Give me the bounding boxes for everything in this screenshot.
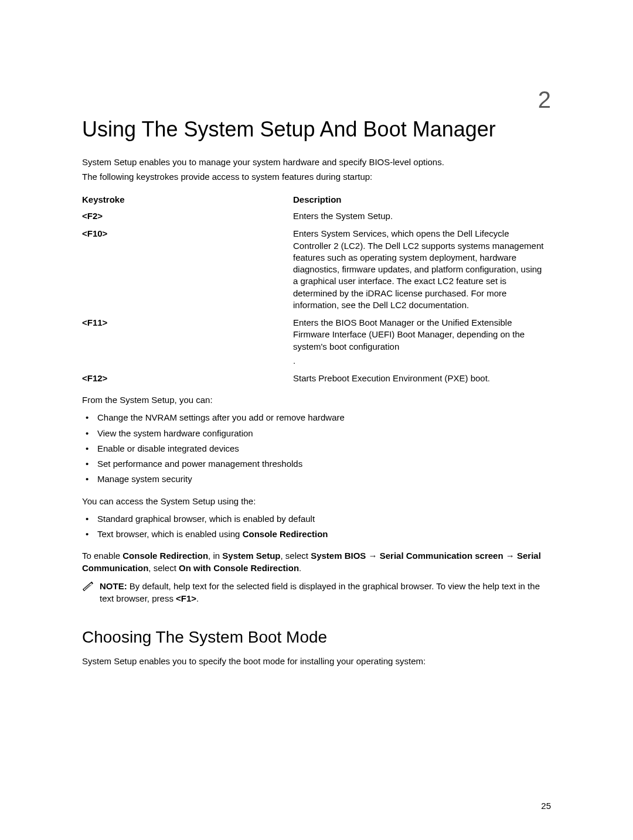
- table-header-keystroke: Keystroke: [82, 192, 293, 208]
- text-fragment: , in: [208, 551, 222, 561]
- description-trailing-dot: .: [293, 355, 546, 367]
- list-item: Manage system security: [82, 473, 551, 485]
- description-cell: Enters System Services, which opens the …: [293, 226, 551, 315]
- list-item: Text browser, which is enabled using Con…: [82, 528, 551, 540]
- document-page: 2 Using The System Setup And Boot Manage…: [0, 0, 633, 840]
- from-setup-lead: From the System Setup, you can:: [82, 394, 551, 406]
- text-fragment: , select: [280, 551, 311, 561]
- description-cell: Enters the System Setup.: [293, 208, 551, 226]
- note-text: NOTE: By default, help text for the sele…: [100, 580, 551, 605]
- text-fragment: .: [299, 563, 301, 573]
- keystroke-cell: <F10>: [82, 226, 293, 315]
- keystroke-cell: <F2>: [82, 208, 293, 226]
- from-setup-list: Change the NVRAM settings after you add …: [82, 412, 551, 485]
- intro-paragraph-2: The following keystrokes provide access …: [82, 170, 551, 183]
- arrow-glyph: →: [369, 551, 380, 561]
- note-key: <F1>: [176, 593, 196, 603]
- table-row: <F2> Enters the System Setup.: [82, 208, 551, 226]
- access-lead: You can access the System Setup using th…: [82, 495, 551, 507]
- text-fragment: , select: [148, 563, 179, 573]
- page-title: Using The System Setup And Boot Manager: [82, 117, 551, 142]
- arrow-glyph: →: [506, 551, 517, 561]
- note-icon: [82, 581, 94, 592]
- note-body-end: .: [196, 593, 199, 603]
- note-block: NOTE: By default, help text for the sele…: [82, 580, 551, 605]
- table-header-description: Description: [293, 192, 551, 208]
- list-item: View the system hardware configuration: [82, 428, 551, 439]
- enable-console-redirection-paragraph: To enable Console Redirection, in System…: [82, 549, 551, 574]
- list-item: Change the NVRAM settings after you add …: [82, 412, 551, 424]
- chapter-number: 2: [82, 88, 551, 111]
- text-bold: System Setup: [222, 551, 280, 561]
- table-header-row: Keystroke Description: [82, 192, 551, 208]
- list-item: Set performance and power management thr…: [82, 458, 551, 470]
- note-body: By default, help text for the selected f…: [100, 581, 540, 603]
- keystroke-table: Keystroke Description <F2> Enters the Sy…: [82, 192, 551, 388]
- intro-paragraph-1: System Setup enables you to manage your …: [82, 156, 551, 168]
- list-item-text: Text browser, which is enabled using: [97, 529, 243, 539]
- list-item: Enable or disable integrated devices: [82, 443, 551, 455]
- text-fragment: To enable: [82, 551, 122, 561]
- text-bold: Serial Communication screen: [380, 551, 506, 561]
- keystroke-cell: <F11>: [82, 315, 293, 370]
- section-title: Choosing The System Boot Mode: [82, 628, 551, 647]
- description-cell: Starts Preboot Execution Environment (PX…: [293, 370, 551, 388]
- table-row: <F10> Enters System Services, which open…: [82, 226, 551, 315]
- table-row: <F11> Enters the BIOS Boot Manager or th…: [82, 315, 551, 370]
- list-item-bold: Console Redirection: [243, 529, 328, 539]
- access-list: Standard graphical browser, which is ena…: [82, 513, 551, 541]
- text-bold: Console Redirection: [122, 551, 208, 561]
- description-text: Enters the BIOS Boot Manager or the Unif…: [293, 317, 525, 351]
- text-bold: System BIOS: [311, 551, 368, 561]
- description-cell: Enters the BIOS Boot Manager or the Unif…: [293, 315, 551, 370]
- section-body: System Setup enables you to specify the …: [82, 655, 551, 667]
- note-label: NOTE:: [100, 581, 130, 591]
- list-item: Standard graphical browser, which is ena…: [82, 513, 551, 525]
- text-bold: On with Console Redirection: [179, 563, 299, 573]
- keystroke-cell: <F12>: [82, 370, 293, 388]
- table-row: <F12> Starts Preboot Execution Environme…: [82, 370, 551, 388]
- page-number: 25: [541, 801, 551, 811]
